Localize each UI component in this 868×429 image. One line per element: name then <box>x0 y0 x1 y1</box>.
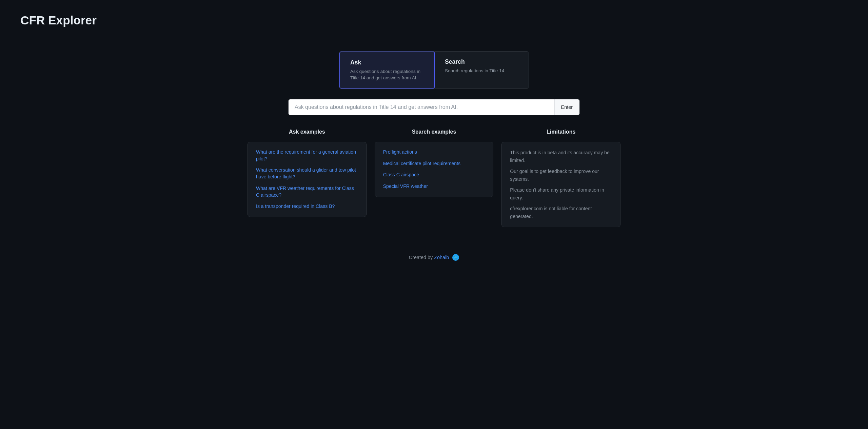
limitation-3: cfrexplorer.com is not liable for conten… <box>510 205 612 220</box>
limitation-1: Our goal is to get feedback to improve o… <box>510 168 612 183</box>
search-example-link-0[interactable]: Preflight actions <box>383 149 485 156</box>
ask-example-link-2[interactable]: What are VFR weather requirements for Cl… <box>256 185 358 198</box>
limitations-title: Limitations <box>501 129 620 135</box>
search-examples-box: Preflight actions Medical certificate pi… <box>375 142 494 197</box>
ask-example-link-0[interactable]: What are the requirement for a general a… <box>256 149 358 162</box>
limitation-0: This product is in beta and its accuracy… <box>510 149 612 164</box>
ask-example-link-1[interactable]: What conversation should a glider and to… <box>256 167 358 180</box>
ask-example-link-3[interactable]: Is a transponder required in Class B? <box>256 203 358 210</box>
search-examples-title: Search examples <box>375 129 494 135</box>
limitations-column: Limitations This product is in beta and … <box>501 129 620 227</box>
ask-input[interactable] <box>288 99 554 115</box>
ask-examples-box: What are the requirement for a general a… <box>248 142 367 217</box>
limitation-2: Please don't share any private informati… <box>510 186 612 201</box>
search-bar: Enter <box>288 99 580 115</box>
app-title: CFR Explorer <box>20 14 848 27</box>
tab-switcher: Ask Ask questions about regulations in T… <box>339 51 529 89</box>
tab-ask[interactable]: Ask Ask questions about regulations in T… <box>339 52 435 89</box>
examples-columns: Ask examples What are the requirement fo… <box>248 129 620 227</box>
tab-ask-desc: Ask questions about regulations in Title… <box>350 68 424 81</box>
footer-created-by: Created by <box>409 255 433 260</box>
main-content: Ask Ask questions about regulations in T… <box>20 51 848 261</box>
search-example-link-2[interactable]: Class C airspace <box>383 172 485 178</box>
footer-author-link[interactable]: Zohaib <box>434 255 449 260</box>
ask-examples-title: Ask examples <box>248 129 367 135</box>
tab-search-desc: Search regulations in Title 14. <box>445 67 518 74</box>
tab-ask-title: Ask <box>350 59 424 66</box>
search-examples-column: Search examples Preflight actions Medica… <box>375 129 494 227</box>
tab-search[interactable]: Search Search regulations in Title 14. <box>435 52 529 89</box>
tab-search-title: Search <box>445 58 518 65</box>
twitter-icon[interactable] <box>452 254 459 261</box>
ask-examples-column: Ask examples What are the requirement fo… <box>248 129 367 227</box>
search-example-link-3[interactable]: Special VFR weather <box>383 183 485 190</box>
enter-button[interactable]: Enter <box>554 99 580 115</box>
limitations-box: This product is in beta and its accuracy… <box>501 142 620 227</box>
header-divider <box>20 34 848 34</box>
search-example-link-1[interactable]: Medical certificate pilot requirements <box>383 160 485 167</box>
footer: Created by Zohaib <box>409 254 459 261</box>
